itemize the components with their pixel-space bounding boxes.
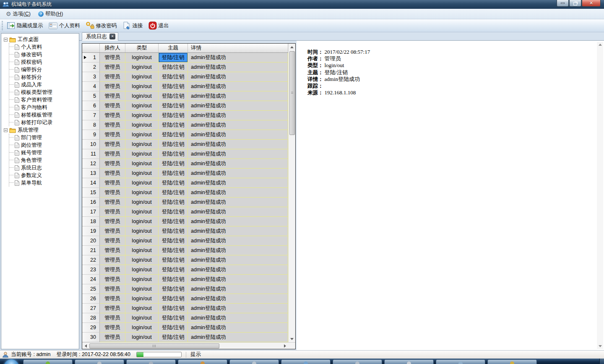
scroll-left-button[interactable] bbox=[82, 343, 89, 349]
cell-type[interactable]: login/out bbox=[125, 169, 159, 178]
cell-subject[interactable]: 登陆/注销 bbox=[159, 265, 188, 275]
table-row[interactable]: 26管理员login/out登陆/注销admin登陆成功 bbox=[82, 294, 288, 304]
collapse-icon[interactable] bbox=[4, 38, 8, 42]
table-row[interactable]: 10管理员login/out登陆/注销admin登陆成功 bbox=[82, 140, 288, 149]
cell-subject[interactable]: 登陆/注销 bbox=[159, 91, 188, 101]
cell-operator[interactable]: 管理员 bbox=[100, 198, 125, 207]
cell-subject[interactable]: 登陆/注销 bbox=[159, 323, 188, 333]
taskbar-button[interactable] bbox=[23, 359, 73, 364]
table-row[interactable]: 7管理员login/out登陆/注销admin登陆成功 bbox=[82, 111, 288, 120]
taskbar-button[interactable] bbox=[178, 359, 227, 364]
row-header[interactable]: 2 bbox=[82, 62, 100, 72]
row-header[interactable]: 1 bbox=[82, 53, 100, 62]
tab-system-log[interactable]: 系统日志 bbox=[82, 32, 118, 41]
tab-close-icon[interactable] bbox=[109, 34, 115, 39]
cell-operator[interactable]: 管理员 bbox=[100, 304, 125, 313]
cell-operator[interactable]: 管理员 bbox=[100, 130, 125, 140]
taskbar-button[interactable] bbox=[384, 359, 434, 364]
cell-detail[interactable]: admin登陆成功 bbox=[188, 82, 288, 91]
column-header-subject[interactable]: 主题 bbox=[159, 44, 188, 52]
column-header-type[interactable]: 类型 bbox=[125, 44, 159, 52]
cell-detail[interactable]: admin登陆成功 bbox=[188, 323, 288, 333]
cell-type[interactable]: login/out bbox=[125, 246, 159, 255]
cell-operator[interactable]: 管理员 bbox=[100, 246, 125, 255]
cell-type[interactable]: login/out bbox=[125, 217, 159, 226]
cell-detail[interactable]: admin登陆成功 bbox=[188, 284, 288, 294]
row-header[interactable]: 7 bbox=[82, 111, 100, 120]
table-row[interactable]: 2管理员login/out登陆/注销admin登陆成功 bbox=[82, 62, 288, 72]
table-row[interactable]: 30管理员login/out登陆/注销admin登陆成功 bbox=[82, 333, 288, 342]
close-button[interactable]: ✕ bbox=[582, 0, 601, 7]
cell-type[interactable]: login/out bbox=[125, 304, 159, 313]
cell-type[interactable]: login/out bbox=[125, 82, 159, 91]
connect-button[interactable]: 连接 bbox=[120, 20, 146, 31]
cell-operator[interactable]: 管理员 bbox=[100, 101, 125, 111]
cell-type[interactable]: login/out bbox=[125, 140, 159, 149]
cell-subject[interactable]: 登陆/注销 bbox=[159, 72, 188, 82]
cell-detail[interactable]: admin登陆成功 bbox=[188, 333, 288, 342]
table-row[interactable]: 8管理员login/out登陆/注销admin登陆成功 bbox=[82, 120, 288, 130]
cell-detail[interactable]: admin登陆成功 bbox=[188, 246, 288, 255]
cell-type[interactable]: login/out bbox=[125, 207, 159, 217]
table-row[interactable]: 3管理员login/out登陆/注销admin登陆成功 bbox=[82, 72, 288, 82]
cell-type[interactable]: login/out bbox=[125, 333, 159, 342]
tree-item[interactable]: 标签模板管理 bbox=[9, 111, 79, 119]
row-header[interactable]: 23 bbox=[82, 265, 100, 275]
tree-item[interactable]: 标签拆分 bbox=[9, 73, 79, 81]
tree-item[interactable]: 个人资料 bbox=[9, 43, 79, 51]
row-header[interactable]: 22 bbox=[82, 255, 100, 265]
table-row[interactable]: 24管理员login/out登陆/注销admin登陆成功 bbox=[82, 275, 288, 284]
cell-detail[interactable]: admin登陆成功 bbox=[188, 294, 288, 304]
cell-subject[interactable]: 登陆/注销 bbox=[159, 255, 188, 265]
row-header[interactable]: 5 bbox=[82, 91, 100, 101]
cell-operator[interactable]: 管理员 bbox=[100, 169, 125, 178]
cell-type[interactable]: login/out bbox=[125, 178, 159, 188]
menu-help[interactable]: ? 帮助(H) bbox=[38, 10, 63, 18]
cell-type[interactable]: login/out bbox=[125, 265, 159, 275]
tree-item[interactable]: 账号管理 bbox=[9, 149, 79, 156]
cell-type[interactable]: login/out bbox=[125, 188, 159, 198]
scroll-up-button[interactable] bbox=[289, 44, 296, 50]
minimize-button[interactable] bbox=[557, 0, 569, 7]
cell-operator[interactable]: 管理员 bbox=[100, 140, 125, 149]
table-row[interactable]: 9管理员login/out登陆/注销admin登陆成功 bbox=[82, 130, 288, 140]
cell-subject[interactable]: 登陆/注销 bbox=[159, 53, 188, 62]
cell-detail[interactable]: admin登陆成功 bbox=[188, 198, 288, 207]
toggle-panel-button[interactable]: 隐藏或显示 bbox=[5, 20, 47, 31]
cell-type[interactable]: login/out bbox=[125, 53, 159, 62]
collapse-icon[interactable] bbox=[4, 128, 8, 132]
row-header[interactable]: 12 bbox=[82, 159, 100, 169]
cell-detail[interactable]: admin登陆成功 bbox=[188, 53, 288, 62]
cell-detail[interactable]: admin登陆成功 bbox=[188, 149, 288, 159]
cell-detail[interactable]: admin登陆成功 bbox=[188, 207, 288, 217]
tree-item[interactable]: 编带拆分 bbox=[9, 66, 79, 73]
cell-type[interactable]: login/out bbox=[125, 72, 159, 82]
vertical-scroll-thumb[interactable] bbox=[289, 51, 295, 135]
cell-operator[interactable]: 管理员 bbox=[100, 62, 125, 72]
table-row[interactable]: 11管理员login/out登陆/注销admin登陆成功 bbox=[82, 149, 288, 159]
row-header[interactable]: 24 bbox=[82, 275, 100, 284]
cell-subject[interactable]: 登陆/注销 bbox=[159, 159, 188, 169]
taskbar-button[interactable] bbox=[126, 359, 176, 364]
row-header[interactable]: 28 bbox=[82, 313, 100, 323]
row-header[interactable]: 11 bbox=[82, 149, 100, 159]
tree-item[interactable]: 客户资料管理 bbox=[9, 96, 79, 104]
cell-type[interactable]: login/out bbox=[125, 111, 159, 120]
cell-subject[interactable]: 登陆/注销 bbox=[159, 333, 188, 342]
cell-detail[interactable]: admin登陆成功 bbox=[188, 169, 288, 178]
tree-item[interactable]: 模板类型管理 bbox=[9, 88, 79, 96]
row-header[interactable]: 21 bbox=[82, 246, 100, 255]
table-row[interactable]: 1管理员login/out登陆/注销admin登陆成功 bbox=[82, 53, 288, 62]
scroll-right-button[interactable] bbox=[281, 343, 288, 349]
tree-item[interactable]: 系统日志 bbox=[9, 164, 79, 172]
table-row[interactable]: 6管理员login/out登陆/注销admin登陆成功 bbox=[82, 101, 288, 111]
change-password-button[interactable]: 修改密码 bbox=[83, 20, 120, 31]
show-desktop-button[interactable] bbox=[599, 359, 604, 364]
row-header[interactable]: 3 bbox=[82, 72, 100, 82]
tree-item[interactable]: 参数定义 bbox=[9, 172, 79, 179]
cell-detail[interactable]: admin登陆成功 bbox=[188, 217, 288, 226]
table-row[interactable]: 22管理员login/out登陆/注销admin登陆成功 bbox=[82, 255, 288, 265]
cell-detail[interactable]: admin登陆成功 bbox=[188, 140, 288, 149]
cell-subject[interactable]: 登陆/注销 bbox=[159, 120, 188, 130]
tree-group-2[interactable]: 系统管理 bbox=[4, 126, 79, 134]
